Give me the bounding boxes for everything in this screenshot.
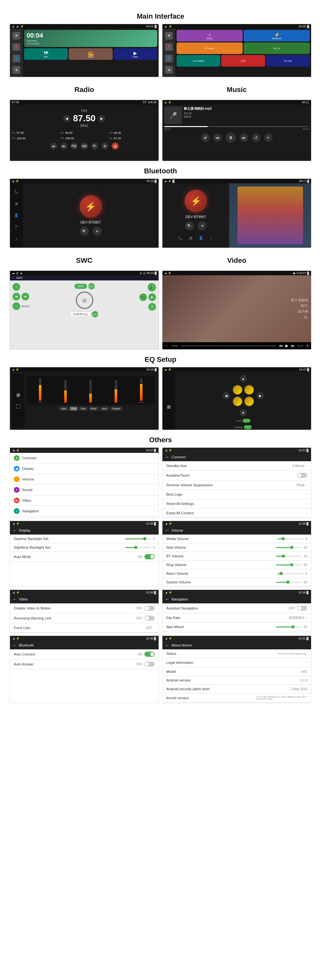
bt-toggle-autoanswer[interactable]: [144, 662, 155, 667]
eq-dial-3[interactable]: [232, 396, 243, 407]
display-slider-night[interactable]: [125, 547, 151, 548]
video-back-btn[interactable]: ←: [165, 344, 169, 348]
app-btmusic[interactable]: BT Music: [177, 43, 243, 54]
radio-search[interactable]: 🔍: [91, 143, 98, 150]
radio-mode-am[interactable]: AM: [81, 143, 88, 150]
app-avin[interactable]: AV_IN: [244, 43, 310, 54]
preset-p4[interactable]: P4 106.00: [12, 136, 59, 140]
bt-item-autoconnect[interactable]: Auto Connect ON: [10, 649, 158, 659]
bt-person-icon[interactable]: 👤: [198, 235, 204, 241]
music-progress[interactable]: 00:02 04:15: [164, 126, 309, 130]
swc-gps-btn[interactable]: GPS: [74, 284, 87, 289]
display-item-auto[interactable]: Auto Mode ON: [10, 552, 158, 562]
settings-item-nav[interactable]: ◎ Navigation ›: [10, 506, 158, 517]
swc-arrow-right[interactable]: ▶: [148, 293, 156, 301]
eq-loud-toggle[interactable]: [243, 419, 250, 423]
bt-sidebar-phone[interactable]: 📞: [13, 188, 20, 195]
display-toggle-auto[interactable]: [144, 554, 155, 559]
preset-p1[interactable]: P1 87.50: [12, 130, 59, 135]
eq-nav-left[interactable]: ◀: [223, 392, 230, 399]
eq-preset-classic[interactable]: Classic: [110, 407, 122, 411]
display-slider-day[interactable]: [125, 538, 151, 539]
eq-nav-right[interactable]: ▶: [257, 392, 264, 399]
video-toggle-reversing[interactable]: [144, 616, 155, 621]
common-item-reverse[interactable]: Reverse Volume Suppression Weak ›: [163, 480, 311, 490]
music-pause[interactable]: ⏸: [226, 132, 236, 143]
common-item-standby[interactable]: Standby time 0 Minute ›: [163, 461, 311, 471]
bt-action-close2[interactable]: ✕: [198, 221, 207, 230]
eq-sidebar-icon[interactable]: ⊞: [16, 392, 20, 398]
eq-examp-toggle[interactable]: [244, 425, 251, 429]
bt-toggle-autoconnect[interactable]: [144, 652, 155, 657]
preset-p6[interactable]: P6 87.50: [109, 136, 157, 140]
volume-slider-ring[interactable]: [276, 565, 302, 565]
radio-prev-btn[interactable]: ◀: [63, 115, 70, 122]
swc-rewind[interactable]: ⏮: [13, 293, 20, 301]
music-prev[interactable]: ⏮: [213, 134, 222, 142]
music-repeat[interactable]: ↺: [252, 134, 260, 142]
common-item-assistive[interactable]: AssistiveTouch: [163, 471, 311, 480]
bt-item-autoanswer[interactable]: Auto Answer OFF: [10, 659, 158, 669]
video-settings-back-arrow[interactable]: ←: [13, 597, 17, 602]
volume-back-arrow[interactable]: ←: [165, 528, 169, 533]
swc-ch-plus[interactable]: CH+: [88, 283, 95, 290]
radio-next-btn[interactable]: ▶: [98, 115, 105, 122]
radio-ctrl1[interactable]: ⏮: [50, 143, 57, 150]
settings-item-sound[interactable]: ≡ Sound ›: [10, 485, 158, 495]
preset-p5[interactable]: P5 108.00: [60, 136, 108, 140]
radio-mode-fm[interactable]: FM: [71, 143, 77, 150]
display-back-arrow[interactable]: ←: [13, 528, 17, 533]
bt-action-search2[interactable]: 🔍: [185, 221, 194, 230]
app-video[interactable]: ▶ Video: [114, 48, 157, 60]
nav-slider-mixed[interactable]: [276, 627, 302, 627]
settings-item-common[interactable]: ● Common ›: [10, 453, 158, 463]
volume-slider-bt[interactable]: [276, 556, 302, 557]
app-dvr[interactable]: DVR: [221, 55, 265, 67]
music-next[interactable]: ⏭: [240, 134, 248, 142]
eq-preset-pop[interactable]: Pop: [79, 407, 87, 411]
settings-item-display[interactable]: ◼ Display ›: [10, 463, 158, 474]
volume-slider-alarm[interactable]: [278, 573, 304, 574]
bt-action-close[interactable]: ✕: [93, 227, 102, 236]
music-shuffle[interactable]: ⇄: [201, 134, 210, 142]
about-item-legal[interactable]: Legal information ›: [163, 658, 311, 667]
common-item-reset[interactable]: Reset All Settings ›: [163, 499, 311, 509]
app-radio[interactable]: 📻 Radio: [69, 48, 112, 60]
volume-slider-navi[interactable]: [276, 547, 302, 548]
sidebar-person-icon[interactable]: 👤: [13, 55, 20, 62]
sidebar-settings-icon[interactable]: ⚙: [13, 32, 20, 40]
video-next-btn[interactable]: ⏭: [291, 344, 295, 348]
app-carinfo[interactable]: Car Info: [266, 55, 310, 67]
radio-power[interactable]: ⏻: [112, 143, 119, 150]
preset-p3[interactable]: P3 98.00: [109, 130, 157, 135]
clear-all-button[interactable]: CLEAR ALL: [71, 312, 90, 317]
nav-item-autostart[interactable]: Autostart Navigation OFF: [163, 603, 311, 613]
app-navi[interactable]: 🗺 Navi: [24, 48, 68, 60]
back-arrow-swc[interactable]: ←: [12, 276, 15, 280]
nav-item-filepath[interactable]: File Path 请选择路径 ›: [163, 613, 311, 623]
sidebar-settings-icon2[interactable]: ⚙: [165, 32, 173, 40]
eq-dial-2[interactable]: [244, 385, 254, 395]
sidebar-person-icon2[interactable]: 👤: [165, 55, 173, 62]
swc-vol-up[interactable]: +: [13, 283, 20, 291]
preset-p2[interactable]: P2 90.00: [60, 130, 108, 135]
swc-phone-call[interactable]: 📞: [139, 293, 147, 301]
bt-phone-icon[interactable]: 📞: [177, 235, 183, 241]
common-back-arrow[interactable]: ←: [165, 455, 169, 460]
about-back-arrow[interactable]: ←: [165, 643, 169, 648]
eq-dial-4[interactable]: [244, 396, 254, 407]
volume-slider-system[interactable]: [276, 582, 302, 583]
volume-slider-media[interactable]: [278, 538, 304, 539]
app-bluetooth[interactable]: ⚡ Bluetooth: [244, 30, 310, 41]
app-music[interactable]: ♪ Music: [177, 30, 243, 41]
video-prev-btn[interactable]: ⏮: [279, 344, 283, 348]
swc-vol-down[interactable]: -: [13, 302, 20, 310]
swc-refresh[interactable]: ↺: [148, 303, 156, 311]
radio-ctrl2[interactable]: ⏭: [60, 143, 67, 150]
settings-item-volume[interactable]: ♪ Volume ›: [10, 474, 158, 485]
video-list-btn[interactable]: ≡: [306, 344, 308, 348]
video-item-reversing[interactable]: Reversing Warning Line OFF: [10, 613, 158, 623]
swc-ch-minus[interactable]: CH-: [92, 311, 98, 317]
video-toggle-disable[interactable]: [144, 606, 155, 611]
bt-sidebar-call[interactable]: 📱: [13, 224, 20, 231]
